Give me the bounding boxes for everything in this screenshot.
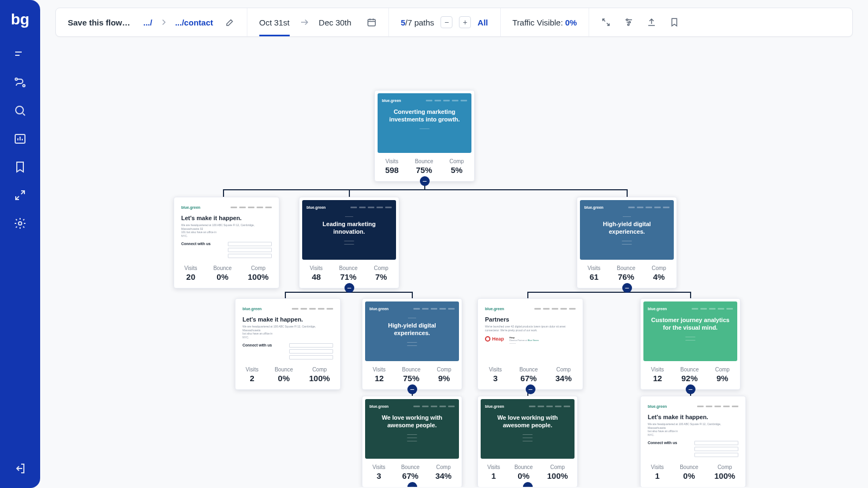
chevron-right-icon: [159, 17, 169, 27]
breadcrumb-leaf[interactable]: .../contact: [175, 18, 213, 27]
traffic-value: 0%: [565, 18, 577, 27]
node-analytics[interactable]: blue.green Customer journey analytics fo…: [640, 298, 741, 390]
main: Save this flow… .../ .../contact Oct 31s…: [40, 0, 868, 488]
search-icon[interactable]: [14, 104, 27, 117]
node-contact-3[interactable]: blue.green Let's make it happen. We are …: [640, 396, 746, 487]
date-section: Oct 31st Dec 30th: [247, 8, 389, 36]
svg-point-6: [627, 19, 628, 21]
svg-point-4: [18, 222, 22, 225]
calendar-icon[interactable]: [367, 17, 376, 27]
actions-section: [589, 8, 691, 36]
chart-icon[interactable]: [14, 132, 27, 145]
collapse-button[interactable]: −: [344, 283, 354, 293]
expand-icon[interactable]: [601, 17, 611, 27]
plus-button[interactable]: +: [459, 16, 471, 28]
flow-icon[interactable]: [14, 76, 27, 89]
toolbar: Save this flow… .../ .../contact Oct 31s…: [55, 8, 853, 37]
traffic-label: Traffic Visible:: [513, 18, 565, 27]
collapse-button[interactable]: −: [526, 384, 535, 394]
svg-rect-5: [368, 20, 375, 26]
node-digital-2[interactable]: blue.green ——— High-yield digital experi…: [362, 298, 462, 390]
collapse-button[interactable]: −: [420, 176, 430, 186]
svg-point-7: [629, 22, 630, 23]
node-people-1[interactable]: blue.green We love working with awesome …: [362, 396, 462, 487]
date-end[interactable]: Dec 30th: [319, 18, 352, 27]
node-partners[interactable]: blue.green Partners We've launched over …: [477, 298, 583, 390]
partner-logo: Heap: [485, 336, 504, 342]
svg-point-0: [15, 78, 17, 80]
collapse-button[interactable]: −: [622, 283, 632, 293]
node-contact-1[interactable]: blue.green Let's make it happen. We are …: [174, 197, 279, 288]
svg-point-8: [628, 24, 629, 25]
collapse-button[interactable]: −: [407, 384, 417, 394]
menu-icon[interactable]: [14, 48, 27, 61]
node-hero: Converting marketing investments into gr…: [382, 108, 467, 124]
settings-icon[interactable]: [14, 217, 27, 230]
resize-icon[interactable]: [14, 189, 27, 202]
thumb-company: blue.green: [382, 99, 401, 102]
collapse-button[interactable]: −: [686, 384, 695, 394]
filter-icon[interactable]: [624, 17, 634, 27]
save-section: Save this flow… .../ .../contact: [56, 8, 247, 36]
nav: [14, 48, 27, 462]
breadcrumb-root[interactable]: .../: [143, 18, 152, 27]
paths-current: 5: [401, 18, 405, 27]
upload-icon[interactable]: [647, 17, 656, 27]
save-bookmark-icon[interactable]: [669, 17, 679, 27]
sidebar: bg: [0, 0, 40, 488]
date-start[interactable]: Oct 31st: [259, 9, 290, 36]
node-marketing[interactable]: blue.green ——— Leading marketing innovat…: [299, 197, 399, 288]
node-contact-2[interactable]: blue.green Let's make it happen. We are …: [235, 298, 341, 390]
flow-canvas[interactable]: blue.green Converting marketing investme…: [55, 37, 853, 487]
paths-section: 5/7 paths − + All: [389, 8, 501, 36]
paths-total: /7 paths: [405, 18, 434, 27]
traffic-section: Traffic Visible: 0%: [501, 8, 590, 36]
hero-sub: ———: [382, 127, 467, 130]
all-button[interactable]: All: [477, 18, 488, 27]
bookmark-icon[interactable]: [14, 160, 27, 174]
logout-icon[interactable]: [14, 462, 27, 475]
arrow-right-icon: [299, 17, 309, 27]
logo: bg: [11, 11, 29, 28]
node-people-2[interactable]: blue.green We love working with awesome …: [477, 396, 578, 487]
node-digital-1[interactable]: blue.green ——— High-yield digital experi…: [577, 197, 677, 288]
minus-button[interactable]: −: [441, 16, 452, 28]
svg-point-2: [16, 106, 23, 114]
node-root[interactable]: blue.green Converting marketing investme…: [374, 90, 475, 182]
save-label[interactable]: Save this flow…: [68, 18, 130, 27]
svg-point-1: [23, 85, 25, 87]
edit-icon[interactable]: [225, 17, 235, 27]
